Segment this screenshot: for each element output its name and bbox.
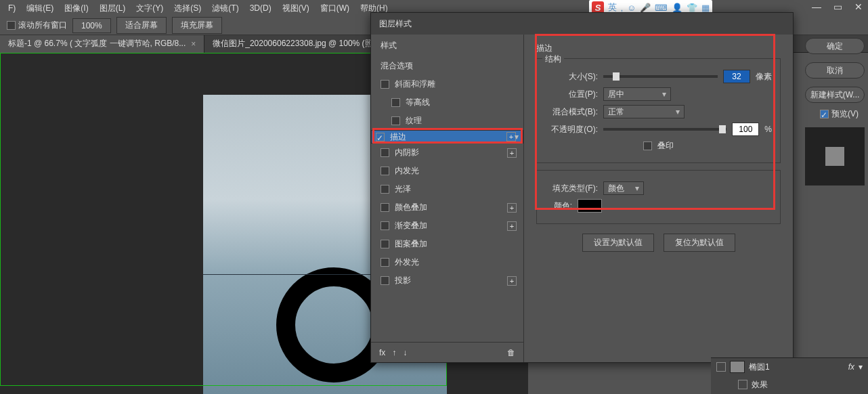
style-inner-glow[interactable]: 内发光 xyxy=(371,162,523,180)
fill-type-select[interactable]: 颜色 xyxy=(603,181,644,195)
arrow-up-icon[interactable]: ↑ xyxy=(392,348,396,357)
styles-header: 样式 xyxy=(371,35,523,57)
close-icon[interactable]: ✕ xyxy=(854,1,863,12)
menu-filter[interactable]: 滤镜(T) xyxy=(207,3,244,14)
preview-thumbnail xyxy=(805,127,865,185)
position-label: 位置(P): xyxy=(545,89,598,100)
set-default-button[interactable]: 设置为默认值 xyxy=(582,234,654,252)
add-icon[interactable]: + xyxy=(506,132,516,141)
color-label: 颜色: xyxy=(545,200,572,212)
style-contour[interactable]: 等高线 xyxy=(371,93,523,112)
fx-icon[interactable]: fx xyxy=(379,348,385,357)
ime-icon[interactable]: ‚ xyxy=(621,3,623,13)
reset-default-button[interactable]: 复位为默认值 xyxy=(664,234,735,252)
tab-document-2[interactable]: 微信图片_20200606223308.jpg @ 100% (照... xyxy=(204,35,388,53)
menu-file[interactable]: F) xyxy=(3,3,21,13)
opacity-slider[interactable] xyxy=(603,128,726,131)
fit-screen-button[interactable]: 适合屏幕 xyxy=(116,17,167,34)
menu-3d[interactable]: 3D(D) xyxy=(244,3,277,13)
size-input[interactable]: 32 xyxy=(723,70,750,83)
trash-icon[interactable]: 🗑 xyxy=(507,348,515,357)
effects-label: 效果 xyxy=(752,379,768,391)
layer-style-dialog: 图层样式 样式 混合选项 斜面和浮雕 等高线 纹理 ✓描边+ 内阴影+ 内发光 … xyxy=(370,12,794,363)
menu-select[interactable]: 选择(S) xyxy=(169,3,207,14)
ime-person-icon[interactable]: 👤 xyxy=(672,3,682,13)
style-satin[interactable]: 光泽 xyxy=(371,180,523,198)
cancel-button[interactable]: 取消 xyxy=(805,62,865,79)
style-bevel[interactable]: 斜面和浮雕 xyxy=(371,75,523,93)
minimize-icon[interactable]: — xyxy=(812,1,821,12)
style-inner-shadow[interactable]: 内阴影+ xyxy=(371,144,523,162)
add-icon[interactable]: + xyxy=(507,203,517,213)
window-controls: — ▭ ✕ xyxy=(812,1,863,12)
style-stroke[interactable]: ✓描边+ xyxy=(371,130,523,144)
visibility-icon[interactable] xyxy=(738,380,747,389)
style-color-overlay[interactable]: 颜色叠加+ xyxy=(371,198,523,217)
visibility-icon[interactable] xyxy=(716,362,726,372)
tab-document-1[interactable]: 标题-1 @ 66.7% ( 文字弧度 一键调节哈, RGB/8...× xyxy=(0,35,204,53)
blend-label: 混合模式(B): xyxy=(545,106,598,118)
stroke-settings: 描边 结构 大小(S):32像素 位置(P):居中 混合模式(B):正常 不透明… xyxy=(524,35,793,362)
size-slider[interactable] xyxy=(603,75,718,78)
arrow-down-icon[interactable]: ↓ xyxy=(403,348,407,357)
maximize-icon[interactable]: ▭ xyxy=(833,1,842,12)
dialog-title: 图层样式 xyxy=(371,13,793,35)
fill-type-label: 填充类型(F): xyxy=(545,183,598,194)
add-icon[interactable]: + xyxy=(507,276,517,286)
opacity-input[interactable]: 100 xyxy=(732,123,759,136)
blend-mode-select[interactable]: 正常 xyxy=(603,105,685,118)
menu-image[interactable]: 图像(I) xyxy=(59,3,93,14)
structure-legend: 结构 xyxy=(542,53,564,65)
style-pattern-overlay[interactable]: 图案叠加 xyxy=(371,235,523,253)
menu-view[interactable]: 视图(V) xyxy=(277,3,315,14)
menu-window[interactable]: 窗口(W) xyxy=(315,3,355,14)
menu-edit[interactable]: 编辑(E) xyxy=(21,3,59,14)
fx-badge[interactable]: fx xyxy=(848,362,854,372)
add-icon[interactable]: + xyxy=(507,221,517,231)
opacity-label: 不透明度(O): xyxy=(545,124,598,135)
position-select[interactable]: 居中 xyxy=(603,87,671,101)
overprint-label: 叠印 xyxy=(657,140,674,152)
style-gradient-overlay[interactable]: 渐变叠加+ xyxy=(371,217,523,235)
effects-row[interactable]: 效果 xyxy=(711,376,868,393)
fill-group: 填充类型(F):颜色 颜色: xyxy=(536,170,781,224)
ime-grid-icon[interactable]: ▦ xyxy=(701,3,710,13)
color-swatch[interactable] xyxy=(578,199,602,213)
size-unit: 像素 xyxy=(756,71,772,83)
chevron-down-icon[interactable]: ▾ xyxy=(859,362,863,372)
zoom-level[interactable]: 100% xyxy=(72,18,111,33)
ime-mic-icon[interactable]: 🎤 xyxy=(640,3,651,13)
style-texture[interactable]: 纹理 xyxy=(371,112,523,130)
new-style-button[interactable]: 新建样式(W... xyxy=(805,87,865,103)
add-icon[interactable]: + xyxy=(507,148,517,158)
tab-close-icon[interactable]: × xyxy=(191,39,196,49)
menu-text[interactable]: 文字(Y) xyxy=(131,3,169,14)
layer-thumbnail[interactable] xyxy=(730,361,745,373)
layer-name[interactable]: 椭圆1 xyxy=(749,362,770,373)
overprint-checkbox[interactable] xyxy=(643,141,652,150)
structure-group: 结构 大小(S):32像素 位置(P):居中 混合模式(B):正常 不透明度(O… xyxy=(536,58,781,163)
panel-heading: 描边 xyxy=(536,43,781,54)
blending-options[interactable]: 混合选项 xyxy=(371,57,523,75)
ok-button[interactable]: 确定 xyxy=(805,38,865,54)
ime-smile-icon[interactable]: ☺ xyxy=(627,3,636,13)
ime-shirt-icon[interactable]: 👕 xyxy=(687,3,697,13)
style-drop-shadow[interactable]: 投影+ xyxy=(371,271,523,290)
layers-panel: 椭圆1 fx ▾ 效果 xyxy=(711,357,868,394)
preview-toggle[interactable]: ✓预览(V) xyxy=(820,108,859,120)
opacity-unit: % xyxy=(764,125,772,134)
layer-row[interactable]: 椭圆1 fx ▾ xyxy=(711,358,868,376)
scroll-all-windows[interactable]: 滚动所有窗口 xyxy=(7,20,67,31)
fill-screen-button[interactable]: 填充屏幕 xyxy=(172,17,222,34)
size-label: 大小(S): xyxy=(545,71,598,83)
styles-list: 样式 混合选项 斜面和浮雕 等高线 纹理 ✓描边+ 内阴影+ 内发光 光泽 颜色… xyxy=(371,35,524,362)
ime-kbd-icon[interactable]: ⌨ xyxy=(655,3,668,13)
menu-layer[interactable]: 图层(L) xyxy=(94,3,131,14)
style-outer-glow[interactable]: 外发光 xyxy=(371,253,523,271)
